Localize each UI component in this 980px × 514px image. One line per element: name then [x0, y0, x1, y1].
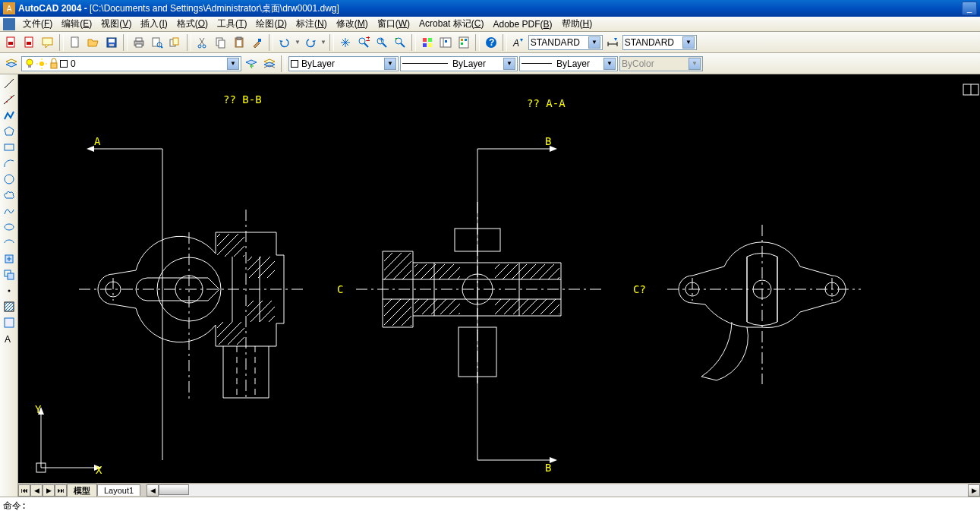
- menu-view[interactable]: 视图(V): [96, 16, 136, 32]
- svg-line-73: [8, 305, 14, 311]
- menu-acrobat[interactable]: Acrobat 标记(C): [414, 16, 488, 32]
- textstyle-dropdown[interactable]: STANDARD ▼: [528, 35, 603, 50]
- cut-icon[interactable]: [194, 34, 211, 51]
- layer-states-icon[interactable]: [261, 55, 278, 72]
- redo-icon[interactable]: [302, 34, 319, 51]
- print-icon[interactable]: [131, 34, 147, 51]
- line-icon[interactable]: [2, 76, 17, 91]
- bulb-icon: [24, 58, 36, 70]
- mtext-icon[interactable]: A: [2, 331, 17, 346]
- tab-last-button[interactable]: ⏭: [55, 484, 67, 497]
- svg-rect-33: [423, 38, 427, 42]
- menu-file[interactable]: 文件(F): [18, 16, 57, 32]
- color-dropdown[interactable]: ByLayer ▼: [288, 56, 399, 71]
- command-line[interactable]: 命令:: [0, 497, 980, 514]
- save-icon[interactable]: [103, 34, 120, 51]
- tab-layout1[interactable]: Layout1: [97, 484, 140, 496]
- polygon-icon[interactable]: [2, 124, 17, 139]
- menu-modify[interactable]: 修改(M): [332, 16, 373, 32]
- revcloud-icon[interactable]: [2, 188, 17, 203]
- insert-block-icon[interactable]: [2, 251, 17, 266]
- svg-rect-20: [219, 40, 225, 48]
- tab-first-button[interactable]: ⏮: [18, 484, 30, 497]
- hscrollbar[interactable]: ◀ ▶: [147, 484, 980, 497]
- polyline-icon[interactable]: [2, 108, 17, 123]
- zoom-prev-icon[interactable]: [392, 34, 408, 51]
- svg-line-74: [11, 308, 14, 311]
- chevron-down-icon: ▼: [503, 58, 515, 70]
- zoom-window-icon[interactable]: +: [373, 34, 390, 51]
- pdf-icon[interactable]: [3, 34, 20, 51]
- tab-prev-button[interactable]: ◀: [30, 484, 43, 497]
- svg-line-70: [5, 302, 8, 305]
- svg-rect-11: [136, 44, 142, 47]
- rectangle-icon[interactable]: [2, 140, 17, 155]
- layer-manager-icon[interactable]: [3, 55, 20, 72]
- pdf-icon-2[interactable]: [21, 34, 38, 51]
- svg-point-25: [359, 38, 365, 44]
- properties-icon[interactable]: [419, 34, 436, 51]
- svg-line-59: [4, 95, 14, 104]
- label-b-bot: B: [545, 462, 551, 474]
- tab-model[interactable]: 模型: [67, 484, 97, 497]
- menu-adobepdf[interactable]: Adobe PDF(B): [488, 17, 556, 31]
- scroll-left-button[interactable]: ◀: [147, 484, 159, 497]
- menu-edit[interactable]: 编辑(E): [57, 16, 96, 32]
- menu-tools[interactable]: 工具(T): [213, 16, 251, 32]
- designcenter-icon[interactable]: [437, 34, 454, 51]
- scroll-thumb[interactable]: [159, 484, 189, 495]
- menu-insert[interactable]: 插入(I): [136, 16, 172, 32]
- label-b-top: B: [545, 135, 551, 147]
- scroll-track[interactable]: [159, 484, 968, 497]
- help-icon[interactable]: ?: [483, 34, 499, 51]
- undo-icon[interactable]: [276, 34, 293, 51]
- match-icon[interactable]: [249, 34, 266, 51]
- toolpalette-icon[interactable]: [455, 34, 472, 51]
- linetype-dropdown[interactable]: ByLayer ▼: [400, 56, 518, 71]
- lineweight-dropdown[interactable]: ByLayer ▼: [519, 56, 618, 71]
- linetype-value: ByLayer: [452, 58, 486, 69]
- textstyle-icon[interactable]: A: [510, 34, 527, 51]
- spline-icon[interactable]: [2, 203, 17, 219]
- layer-prev-icon[interactable]: [243, 55, 260, 72]
- pdf-comment-icon[interactable]: [39, 34, 56, 51]
- new-icon[interactable]: [67, 34, 84, 51]
- menu-format[interactable]: 格式(O): [172, 16, 213, 32]
- copy-icon[interactable]: [213, 34, 229, 51]
- dimstyle-dropdown[interactable]: STANDARD ▼: [622, 35, 697, 50]
- sun-icon: [36, 58, 48, 70]
- svg-text:A: A: [512, 38, 519, 49]
- hatch-icon[interactable]: [2, 299, 17, 314]
- menu-help[interactable]: 帮助(H): [557, 16, 597, 32]
- svg-line-32: [401, 43, 405, 47]
- minimize-button[interactable]: _: [962, 2, 977, 15]
- ellipse-icon[interactable]: [2, 219, 17, 235]
- menu-window[interactable]: 窗口(W): [373, 16, 414, 32]
- circle-icon[interactable]: [2, 172, 17, 187]
- zoom-rt-icon[interactable]: ±: [355, 34, 372, 51]
- make-block-icon[interactable]: [2, 267, 17, 282]
- app-name: AutoCAD 2004: [18, 3, 81, 14]
- open-icon[interactable]: [85, 34, 102, 51]
- tab-next-button[interactable]: ▶: [43, 484, 55, 497]
- region-icon[interactable]: [2, 315, 17, 330]
- layer-dropdown[interactable]: 0 ▼: [21, 56, 241, 71]
- svg-rect-23: [237, 37, 241, 39]
- scroll-right-button[interactable]: ▶: [968, 484, 980, 497]
- menu-dim[interactable]: 标注(N): [291, 16, 332, 32]
- paste-icon[interactable]: [231, 34, 247, 51]
- drawing-canvas[interactable]: ?? B-B ?? A-A A B B C C?: [18, 74, 980, 483]
- svg-rect-10: [136, 38, 142, 41]
- menu-draw[interactable]: 绘图(D): [251, 16, 291, 32]
- publish-icon[interactable]: [167, 34, 184, 51]
- plotstyle-dropdown: ByColor ▼: [619, 56, 703, 71]
- ellipse-arc-icon[interactable]: [2, 235, 17, 251]
- pan-icon[interactable]: [337, 34, 354, 51]
- arc-icon[interactable]: [2, 156, 17, 171]
- dimstyle-icon[interactable]: [604, 34, 621, 51]
- point-icon[interactable]: [2, 283, 17, 298]
- label-y: Y: [35, 403, 42, 415]
- xline-icon[interactable]: [2, 92, 17, 107]
- preview-icon[interactable]: [149, 34, 165, 51]
- lineweight-sample: [522, 63, 552, 64]
